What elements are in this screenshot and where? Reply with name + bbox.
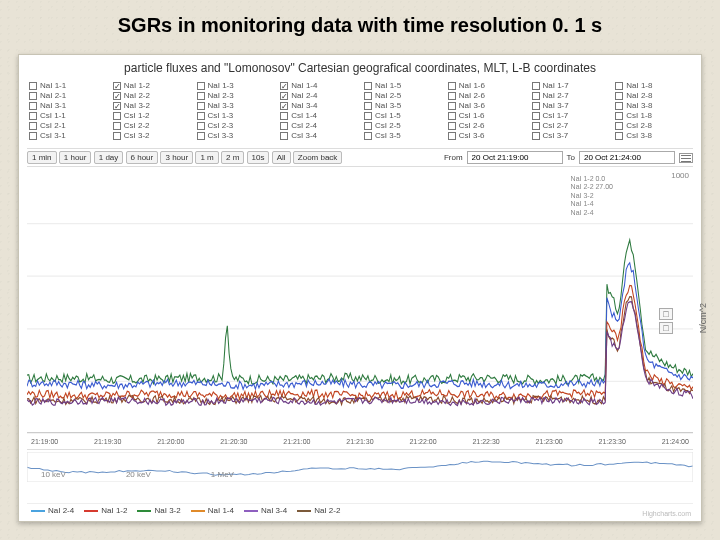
checkbox-icon[interactable]: [364, 122, 372, 130]
range-button[interactable]: 2 m: [221, 151, 244, 164]
checkbox-icon[interactable]: [280, 102, 288, 110]
checkbox-icon[interactable]: [197, 122, 205, 130]
checkbox-icon[interactable]: [29, 112, 37, 120]
zoom-out-button[interactable]: □: [659, 322, 673, 334]
checkbox-icon[interactable]: [615, 112, 623, 120]
legend-item[interactable]: NaI 3-2: [113, 101, 189, 110]
legend-entry[interactable]: NaI 1-4: [191, 506, 234, 515]
legend-item[interactable]: NaI 2-4: [280, 91, 356, 100]
checkbox-icon[interactable]: [29, 132, 37, 140]
checkbox-icon[interactable]: [532, 92, 540, 100]
checkbox-icon[interactable]: [113, 132, 121, 140]
legend-item[interactable]: CsI 3-3: [197, 131, 273, 140]
legend-item[interactable]: NaI 1-8: [615, 81, 691, 90]
legend-item[interactable]: CsI 1-4: [280, 111, 356, 120]
checkbox-icon[interactable]: [532, 122, 540, 130]
legend-item[interactable]: NaI 1-6: [448, 81, 524, 90]
range-button[interactable]: 1 min: [27, 151, 57, 164]
from-input[interactable]: [467, 151, 563, 164]
range-button[interactable]: 1 hour: [59, 151, 92, 164]
checkbox-icon[interactable]: [448, 82, 456, 90]
checkbox-icon[interactable]: [113, 122, 121, 130]
legend-item[interactable]: NaI 2-1: [29, 91, 105, 100]
checkbox-icon[interactable]: [364, 112, 372, 120]
checkbox-icon[interactable]: [615, 92, 623, 100]
legend-item[interactable]: CsI 1-1: [29, 111, 105, 120]
checkbox-icon[interactable]: [448, 122, 456, 130]
legend-item[interactable]: CsI 2-7: [532, 121, 608, 130]
checkbox-icon[interactable]: [448, 132, 456, 140]
checkbox-icon[interactable]: [532, 82, 540, 90]
legend-item[interactable]: NaI 3-7: [532, 101, 608, 110]
checkbox-icon[interactable]: [197, 112, 205, 120]
to-input[interactable]: [579, 151, 675, 164]
legend-entry[interactable]: NaI 2-4: [31, 506, 74, 515]
legend-item[interactable]: CsI 2-6: [448, 121, 524, 130]
legend-item[interactable]: CsI 2-4: [280, 121, 356, 130]
checkbox-icon[interactable]: [113, 92, 121, 100]
legend-item[interactable]: NaI 1-7: [532, 81, 608, 90]
range-button[interactable]: 10s: [247, 151, 270, 164]
legend-item[interactable]: CsI 3-6: [448, 131, 524, 140]
legend-item[interactable]: NaI 1-2: [113, 81, 189, 90]
legend-item[interactable]: NaI 1-4: [280, 81, 356, 90]
main-chart[interactable]: NaI 1-2 0.0NaI 2-2 27.00NaI 3-2NaI 1-4Na…: [27, 171, 693, 434]
legend-item[interactable]: NaI 2-5: [364, 91, 440, 100]
checkbox-icon[interactable]: [280, 92, 288, 100]
menu-icon[interactable]: [679, 153, 693, 163]
legend-item[interactable]: NaI 2-2: [113, 91, 189, 100]
checkbox-icon[interactable]: [615, 102, 623, 110]
checkbox-icon[interactable]: [113, 112, 121, 120]
legend-item[interactable]: NaI 3-6: [448, 101, 524, 110]
checkbox-icon[interactable]: [29, 122, 37, 130]
checkbox-icon[interactable]: [197, 82, 205, 90]
checkbox-icon[interactable]: [364, 82, 372, 90]
legend-item[interactable]: CsI 3-4: [280, 131, 356, 140]
checkbox-icon[interactable]: [29, 102, 37, 110]
legend-item[interactable]: CsI 3-2: [113, 131, 189, 140]
checkbox-icon[interactable]: [280, 132, 288, 140]
range-button[interactable]: All: [272, 151, 291, 164]
secondary-chart[interactable]: 10 keV20 keV1 MeV: [27, 449, 693, 497]
legend-item[interactable]: CsI 2-2: [113, 121, 189, 130]
checkbox-icon[interactable]: [448, 112, 456, 120]
zoom-in-button[interactable]: □: [659, 308, 673, 320]
legend-item[interactable]: NaI 2-7: [532, 91, 608, 100]
legend-item[interactable]: CsI 1-6: [448, 111, 524, 120]
legend-item[interactable]: CsI 1-8: [615, 111, 691, 120]
legend-item[interactable]: NaI 1-1: [29, 81, 105, 90]
legend-entry[interactable]: NaI 3-2: [137, 506, 180, 515]
checkbox-icon[interactable]: [532, 102, 540, 110]
legend-item[interactable]: CsI 3-5: [364, 131, 440, 140]
checkbox-icon[interactable]: [280, 82, 288, 90]
checkbox-icon[interactable]: [113, 102, 121, 110]
checkbox-icon[interactable]: [197, 92, 205, 100]
legend-entry[interactable]: NaI 2-2: [297, 506, 340, 515]
checkbox-icon[interactable]: [615, 132, 623, 140]
legend-entry[interactable]: NaI 1-2: [84, 506, 127, 515]
legend-item[interactable]: NaI 2-6: [448, 91, 524, 100]
checkbox-icon[interactable]: [113, 82, 121, 90]
legend-item[interactable]: CsI 1-7: [532, 111, 608, 120]
checkbox-icon[interactable]: [364, 92, 372, 100]
checkbox-icon[interactable]: [448, 92, 456, 100]
legend-item[interactable]: CsI 1-5: [364, 111, 440, 120]
range-button[interactable]: 1 m: [195, 151, 218, 164]
range-button[interactable]: 3 hour: [160, 151, 193, 164]
checkbox-icon[interactable]: [280, 112, 288, 120]
legend-item[interactable]: CsI 3-7: [532, 131, 608, 140]
legend-item[interactable]: NaI 1-5: [364, 81, 440, 90]
range-button[interactable]: 1 day: [94, 151, 124, 164]
legend-item[interactable]: NaI 1-3: [197, 81, 273, 90]
checkbox-icon[interactable]: [197, 102, 205, 110]
legend-item[interactable]: NaI 2-3: [197, 91, 273, 100]
checkbox-icon[interactable]: [29, 82, 37, 90]
checkbox-icon[interactable]: [364, 102, 372, 110]
legend-item[interactable]: NaI 3-8: [615, 101, 691, 110]
checkbox-icon[interactable]: [280, 122, 288, 130]
legend-item[interactable]: CsI 2-5: [364, 121, 440, 130]
checkbox-icon[interactable]: [615, 82, 623, 90]
legend-item[interactable]: NaI 3-3: [197, 101, 273, 110]
range-button[interactable]: 6 hour: [126, 151, 159, 164]
checkbox-icon[interactable]: [532, 112, 540, 120]
